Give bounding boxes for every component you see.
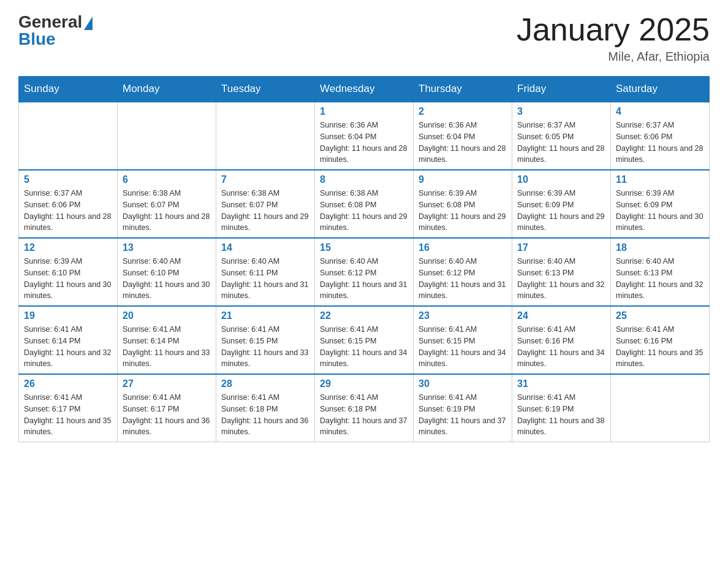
calendar-cell: 31Sunrise: 6:41 AM Sunset: 6:19 PM Dayli… [512, 374, 611, 442]
day-number: 18 [616, 242, 704, 253]
day-number: 9 [419, 174, 507, 185]
day-number: 16 [419, 242, 507, 253]
day-info: Sunrise: 6:40 AM Sunset: 6:13 PM Dayligh… [616, 256, 704, 302]
day-number: 27 [123, 378, 211, 389]
calendar-cell: 21Sunrise: 6:41 AM Sunset: 6:15 PM Dayli… [216, 306, 315, 374]
calendar-cell: 7Sunrise: 6:38 AM Sunset: 6:07 PM Daylig… [216, 170, 315, 238]
day-number: 8 [320, 174, 408, 185]
day-number: 10 [517, 174, 605, 185]
day-info: Sunrise: 6:37 AM Sunset: 6:05 PM Dayligh… [517, 120, 605, 166]
day-number: 11 [616, 174, 704, 185]
calendar-subtitle: Mile, Afar, Ethiopia [517, 50, 710, 64]
logo-blue-text: Blue [18, 29, 56, 49]
calendar-cell: 17Sunrise: 6:40 AM Sunset: 6:13 PM Dayli… [512, 238, 611, 306]
calendar-cell: 25Sunrise: 6:41 AM Sunset: 6:16 PM Dayli… [611, 306, 710, 374]
day-number: 24 [517, 310, 605, 321]
calendar-cell: 11Sunrise: 6:39 AM Sunset: 6:09 PM Dayli… [611, 170, 710, 238]
day-number: 19 [24, 310, 112, 321]
day-number: 1 [320, 106, 408, 117]
day-info: Sunrise: 6:40 AM Sunset: 6:12 PM Dayligh… [419, 256, 507, 302]
logo: General Blue [18, 12, 93, 49]
weekday-header-sunday: Sunday [19, 77, 118, 102]
day-info: Sunrise: 6:41 AM Sunset: 6:15 PM Dayligh… [221, 324, 309, 370]
day-number: 12 [24, 242, 112, 253]
weekday-header-wednesday: Wednesday [315, 77, 414, 102]
calendar-cell: 3Sunrise: 6:37 AM Sunset: 6:05 PM Daylig… [512, 102, 611, 170]
weekday-header-friday: Friday [512, 77, 611, 102]
day-number: 28 [221, 378, 309, 389]
day-number: 13 [123, 242, 211, 253]
week-row-4: 19Sunrise: 6:41 AM Sunset: 6:14 PM Dayli… [19, 306, 710, 374]
day-info: Sunrise: 6:36 AM Sunset: 6:04 PM Dayligh… [419, 120, 507, 166]
calendar-cell: 8Sunrise: 6:38 AM Sunset: 6:08 PM Daylig… [315, 170, 414, 238]
calendar-cell: 9Sunrise: 6:39 AM Sunset: 6:08 PM Daylig… [414, 170, 512, 238]
day-info: Sunrise: 6:39 AM Sunset: 6:09 PM Dayligh… [517, 188, 605, 234]
day-number: 4 [616, 106, 704, 117]
day-number: 17 [517, 242, 605, 253]
calendar-cell: 13Sunrise: 6:40 AM Sunset: 6:10 PM Dayli… [118, 238, 216, 306]
day-info: Sunrise: 6:40 AM Sunset: 6:11 PM Dayligh… [221, 256, 309, 302]
calendar-cell: 2Sunrise: 6:36 AM Sunset: 6:04 PM Daylig… [414, 102, 512, 170]
day-info: Sunrise: 6:41 AM Sunset: 6:19 PM Dayligh… [517, 392, 605, 438]
calendar-cell: 19Sunrise: 6:41 AM Sunset: 6:14 PM Dayli… [19, 306, 118, 374]
day-info: Sunrise: 6:41 AM Sunset: 6:14 PM Dayligh… [24, 324, 112, 370]
calendar-cell: 23Sunrise: 6:41 AM Sunset: 6:15 PM Dayli… [414, 306, 512, 374]
day-info: Sunrise: 6:41 AM Sunset: 6:15 PM Dayligh… [320, 324, 408, 370]
week-row-3: 12Sunrise: 6:39 AM Sunset: 6:10 PM Dayli… [19, 238, 710, 306]
day-number: 6 [123, 174, 211, 185]
day-number: 26 [24, 378, 112, 389]
calendar-cell: 20Sunrise: 6:41 AM Sunset: 6:14 PM Dayli… [118, 306, 216, 374]
day-number: 31 [517, 378, 605, 389]
day-number: 7 [221, 174, 309, 185]
day-info: Sunrise: 6:41 AM Sunset: 6:14 PM Dayligh… [123, 324, 211, 370]
day-number: 2 [419, 106, 507, 117]
day-info: Sunrise: 6:39 AM Sunset: 6:09 PM Dayligh… [616, 188, 704, 234]
calendar-cell: 15Sunrise: 6:40 AM Sunset: 6:12 PM Dayli… [315, 238, 414, 306]
day-info: Sunrise: 6:36 AM Sunset: 6:04 PM Dayligh… [320, 120, 408, 166]
calendar-cell: 5Sunrise: 6:37 AM Sunset: 6:06 PM Daylig… [19, 170, 118, 238]
day-number: 23 [419, 310, 507, 321]
day-info: Sunrise: 6:41 AM Sunset: 6:18 PM Dayligh… [320, 392, 408, 438]
calendar-cell: 28Sunrise: 6:41 AM Sunset: 6:18 PM Dayli… [216, 374, 315, 442]
calendar-cell: 6Sunrise: 6:38 AM Sunset: 6:07 PM Daylig… [118, 170, 216, 238]
weekday-header-thursday: Thursday [414, 77, 512, 102]
calendar-cell: 14Sunrise: 6:40 AM Sunset: 6:11 PM Dayli… [216, 238, 315, 306]
calendar-cell [118, 102, 216, 170]
calendar-cell: 30Sunrise: 6:41 AM Sunset: 6:19 PM Dayli… [414, 374, 512, 442]
day-number: 5 [24, 174, 112, 185]
day-info: Sunrise: 6:41 AM Sunset: 6:15 PM Dayligh… [419, 324, 507, 370]
day-info: Sunrise: 6:40 AM Sunset: 6:12 PM Dayligh… [320, 256, 408, 302]
day-number: 29 [320, 378, 408, 389]
logo-triangle-icon [84, 17, 93, 30]
day-info: Sunrise: 6:39 AM Sunset: 6:10 PM Dayligh… [24, 256, 112, 302]
day-info: Sunrise: 6:40 AM Sunset: 6:10 PM Dayligh… [123, 256, 211, 302]
day-info: Sunrise: 6:37 AM Sunset: 6:06 PM Dayligh… [24, 188, 112, 234]
day-number: 3 [517, 106, 605, 117]
day-info: Sunrise: 6:38 AM Sunset: 6:08 PM Dayligh… [320, 188, 408, 234]
calendar-cell: 1Sunrise: 6:36 AM Sunset: 6:04 PM Daylig… [315, 102, 414, 170]
calendar-table: SundayMondayTuesdayWednesdayThursdayFrid… [18, 76, 710, 442]
weekday-header-saturday: Saturday [611, 77, 710, 102]
week-row-1: 1Sunrise: 6:36 AM Sunset: 6:04 PM Daylig… [19, 102, 710, 170]
day-number: 20 [123, 310, 211, 321]
day-info: Sunrise: 6:41 AM Sunset: 6:17 PM Dayligh… [123, 392, 211, 438]
calendar-cell: 26Sunrise: 6:41 AM Sunset: 6:17 PM Dayli… [19, 374, 118, 442]
day-number: 14 [221, 242, 309, 253]
weekday-header-monday: Monday [118, 77, 216, 102]
day-info: Sunrise: 6:37 AM Sunset: 6:06 PM Dayligh… [616, 120, 704, 166]
calendar-cell: 12Sunrise: 6:39 AM Sunset: 6:10 PM Dayli… [19, 238, 118, 306]
calendar-cell [216, 102, 315, 170]
week-row-5: 26Sunrise: 6:41 AM Sunset: 6:17 PM Dayli… [19, 374, 710, 442]
calendar-cell: 18Sunrise: 6:40 AM Sunset: 6:13 PM Dayli… [611, 238, 710, 306]
calendar-cell [19, 102, 118, 170]
week-row-2: 5Sunrise: 6:37 AM Sunset: 6:06 PM Daylig… [19, 170, 710, 238]
calendar-cell: 24Sunrise: 6:41 AM Sunset: 6:16 PM Dayli… [512, 306, 611, 374]
calendar-cell: 27Sunrise: 6:41 AM Sunset: 6:17 PM Dayli… [118, 374, 216, 442]
page-header: General Blue January 2025 Mile, Afar, Et… [18, 12, 710, 64]
day-number: 22 [320, 310, 408, 321]
weekday-header-row: SundayMondayTuesdayWednesdayThursdayFrid… [19, 77, 710, 102]
calendar-cell: 29Sunrise: 6:41 AM Sunset: 6:18 PM Dayli… [315, 374, 414, 442]
day-number: 15 [320, 242, 408, 253]
calendar-cell [611, 374, 710, 442]
day-info: Sunrise: 6:41 AM Sunset: 6:16 PM Dayligh… [616, 324, 704, 370]
